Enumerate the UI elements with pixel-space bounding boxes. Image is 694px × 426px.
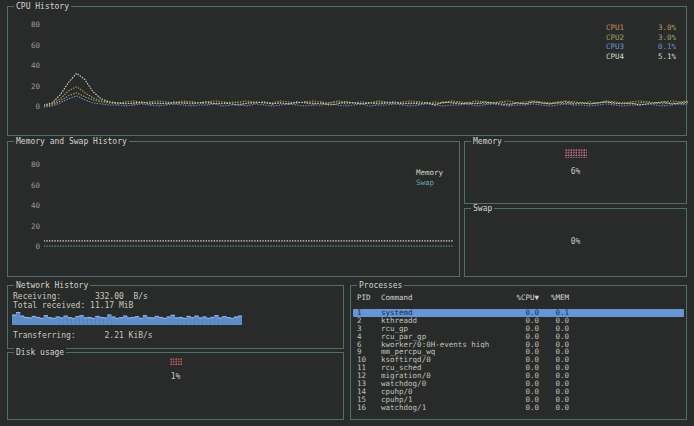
cpu-legend-value: 3.0% <box>646 23 676 33</box>
process-row[interactable]: 10ksoftirqd/00.00.0 <box>353 356 684 364</box>
cpu-cell: 0.0 <box>525 372 539 380</box>
cpu-legend-value: 5.1% <box>646 52 676 62</box>
pid-cell: 10 <box>357 356 381 364</box>
process-row[interactable]: 14cpuhp/00.00.0 <box>353 388 684 396</box>
process-row[interactable]: 1systemd0.00.1 <box>353 309 684 317</box>
cpu-legend-label: CPU1 <box>606 23 640 33</box>
command-cell: rcu_par_gp <box>381 333 503 341</box>
cpu-cell: 0.0 <box>525 348 539 356</box>
process-row[interactable]: 6kworker/0:0H-events_high0.00.0 <box>353 341 684 349</box>
mem-cell: 0.0 <box>555 341 569 349</box>
cpu-legend-entry: CPU23.0% <box>606 33 676 43</box>
process-table: 1systemd0.00.12kthreadd0.00.03rcu_gp0.00… <box>353 309 684 412</box>
process-row[interactable]: 16watchdog/10.00.0 <box>353 404 684 412</box>
cpu-legend-entry: CPU13.0% <box>606 23 676 33</box>
mem-cell: 0.0 <box>555 404 569 412</box>
cpu-legend-value: 3.0% <box>646 33 676 43</box>
process-row[interactable]: 3rcu_gp0.00.0 <box>353 325 684 333</box>
cpu-cell: 0.0 <box>525 325 539 333</box>
mem-cell: 0.0 <box>555 317 569 325</box>
y-tick-label: 80 <box>24 161 40 169</box>
command-cell: kworker/0:0H-events_high <box>381 341 503 349</box>
memory-swap-history-chart <box>44 156 454 252</box>
cpu-cell: 0.0 <box>525 341 539 349</box>
process-row[interactable]: 2kthreadd0.00.0 <box>353 317 684 325</box>
cpu-legend-label: CPU2 <box>606 33 640 43</box>
cpu-cell: 0.0 <box>525 364 539 372</box>
cpu-legend-label: CPU3 <box>606 42 640 52</box>
command-cell: rcu_sched <box>381 364 503 372</box>
cpu-cell: 0.0 <box>525 388 539 396</box>
network-transferring-line: Transferring: 2.21 KiB/s <box>13 331 153 340</box>
command-cell: systemd <box>381 309 503 317</box>
pid-cell: 11 <box>357 364 381 372</box>
command-cell: watchdog/0 <box>381 380 503 388</box>
cpu-legend-value: 0.1% <box>646 42 676 52</box>
cpu-legend: CPU13.0%CPU23.0%CPU30.1%CPU45.1% <box>606 23 676 61</box>
network-history-panel: Network History Receiving: 332.00 B/s To… <box>7 285 344 349</box>
y-tick-label: 40 <box>24 202 40 210</box>
mem-cell: 0.0 <box>555 380 569 388</box>
process-row[interactable]: 15cpuhp/10.00.0 <box>353 396 684 404</box>
cpu-legend-label: CPU4 <box>606 52 640 62</box>
cpu-cell: 0.0 <box>525 396 539 404</box>
swap-gauge-panel: Swap 0% <box>464 208 687 277</box>
command-cell: rcu_gp <box>381 325 503 333</box>
memory-swap-history-panel: Memory and Swap History 806040200 Memory… <box>7 141 460 277</box>
memory-swap-history-panel-title: Memory and Swap History <box>14 137 129 146</box>
system-monitor-screen: CPU History 806040200 CPU13.0%CPU23.0%CP… <box>0 0 694 426</box>
cpu-cell: 0.0 <box>525 317 539 325</box>
mem-cell: 0.0 <box>555 396 569 404</box>
pid-cell: 1 <box>357 309 381 317</box>
y-tick-label: 0 <box>24 103 40 111</box>
pid-cell: 2 <box>357 317 381 325</box>
mem-cell: 0.0 <box>555 356 569 364</box>
cpu-cell: 0.0 <box>525 333 539 341</box>
column-header-mem[interactable]: %MEM <box>551 294 569 302</box>
command-cell: migration/0 <box>381 372 503 380</box>
column-header-cpu-sort[interactable]: %CPU▼ <box>516 294 539 302</box>
disk-usage-dots <box>170 358 182 365</box>
y-tick-label: 60 <box>24 42 40 50</box>
y-tick-label: 60 <box>24 182 40 190</box>
memory-gauge-panel-title: Memory <box>471 137 504 146</box>
process-row[interactable]: 4rcu_par_gp0.00.0 <box>353 333 684 341</box>
pid-cell: 15 <box>357 396 381 404</box>
network-receiving-line: Receiving: 332.00 B/s <box>13 292 148 301</box>
y-tick-label: 0 <box>24 243 40 251</box>
memory-swap-legend: MemorySwap <box>416 168 443 188</box>
network-total-received-line: Total received: 11.17 MiB <box>13 301 133 310</box>
column-header-pid[interactable]: PID <box>357 294 381 302</box>
mem-cell: 0.0 <box>555 333 569 341</box>
y-tick-label: 40 <box>24 62 40 70</box>
process-row[interactable]: 13watchdog/00.00.0 <box>353 380 684 388</box>
pid-cell: 6 <box>357 341 381 349</box>
command-cell: cpuhp/0 <box>381 388 503 396</box>
cpu-legend-entry: CPU30.1% <box>606 42 676 52</box>
pid-cell: 13 <box>357 380 381 388</box>
process-row[interactable]: 9mm_percpu_wq0.00.0 <box>353 348 684 356</box>
process-row[interactable]: 12migration/00.00.0 <box>353 372 684 380</box>
mem-cell: 0.0 <box>555 325 569 333</box>
series-line-cpu4 <box>44 73 688 105</box>
processes-panel: Processes PID Command %CPU▼ %MEM 1system… <box>350 285 687 420</box>
network-history-panel-title: Network History <box>14 281 90 290</box>
pid-cell: 12 <box>357 372 381 380</box>
command-cell: watchdog/1 <box>381 404 503 412</box>
network-receive-sparkline <box>12 311 242 325</box>
series-line-cpu3 <box>44 96 688 107</box>
disk-usage-panel: Disk usage 1% <box>7 352 344 420</box>
cpu-cell: 0.0 <box>525 309 539 317</box>
cpu-history-panel-title: CPU History <box>14 2 71 11</box>
process-row[interactable]: 11rcu_sched0.00.0 <box>353 364 684 372</box>
cpu-history-panel: CPU History 806040200 CPU13.0%CPU23.0%CP… <box>7 6 687 136</box>
disk-usage-panel-title: Disk usage <box>14 348 66 357</box>
pid-cell: 16 <box>357 404 381 412</box>
disk-usage-value: 1% <box>8 372 343 381</box>
y-tick-label: 80 <box>24 21 40 29</box>
mem-cell: 0.0 <box>555 348 569 356</box>
mem-cell: 0.0 <box>555 364 569 372</box>
column-header-command[interactable]: Command <box>381 294 503 302</box>
memory-usage-value: 6% <box>465 167 686 176</box>
command-cell: kthreadd <box>381 317 503 325</box>
